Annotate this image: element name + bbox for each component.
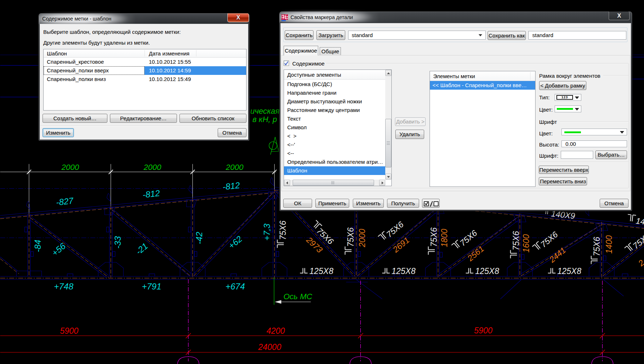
svg-text:-21: -21 [134,241,150,256]
svg-text:+62: +62 [226,234,244,251]
svg-text:+748: +748 [54,282,74,291]
svg-text:2: 2 [636,258,644,268]
svg-text:75X6: 75X6 [346,228,355,247]
svg-text:140: 140 [635,216,644,227]
svg-text:125X8: 125X8 [558,266,582,276]
svg-text:24000: 24000 [258,342,281,352]
svg-text:75X6: 75X6 [511,231,521,251]
svg-text:ическая: ическая [250,107,280,116]
svg-text:125X8: 125X8 [310,266,334,276]
svg-text:-812: -812 [222,180,240,192]
svg-text:125X8: 125X8 [475,266,499,276]
svg-text:-42: -42 [194,232,204,244]
svg-text:+791: +791 [142,282,161,291]
svg-text:2000: 2000 [61,163,80,172]
svg-text:75X6: 75X6 [429,228,439,247]
svg-text:-33: -33 [113,236,123,248]
svg-text:-827: -827 [55,196,74,207]
svg-text:Ось МС: Ось МС [284,292,312,301]
svg-text:+674: +674 [226,282,245,291]
svg-text:5900: 5900 [60,326,79,336]
svg-text:в кН, р: в кН, р [253,115,277,124]
svg-text:2000: 2000 [143,163,162,172]
svg-text:75X6: 75X6 [278,221,288,240]
svg-text:1600: 1600 [521,234,531,252]
svg-text:2000: 2000 [357,229,367,247]
svg-text:2561: 2561 [465,244,486,263]
svg-text:75X6: 75X6 [592,237,601,256]
svg-text:75X6: 75X6 [631,231,644,251]
svg-text:75X6: 75X6 [385,220,405,239]
svg-text:+7,3: +7,3 [262,223,272,241]
svg-text:+56: +56 [50,241,67,258]
svg-text:-84: -84 [33,240,43,252]
svg-text:5900: 5900 [474,326,493,335]
svg-text:1400: 1400 [604,235,614,253]
svg-text:125X8: 125X8 [392,266,416,276]
svg-text:-812: -812 [142,188,160,200]
svg-text:4200: 4200 [267,326,285,336]
svg-text:1800: 1800 [440,229,449,247]
svg-text:75X6: 75X6 [539,230,560,250]
svg-text:2441: 2441 [547,246,568,265]
svg-text:2000: 2000 [226,163,244,172]
svg-text:2691: 2691 [391,235,411,255]
